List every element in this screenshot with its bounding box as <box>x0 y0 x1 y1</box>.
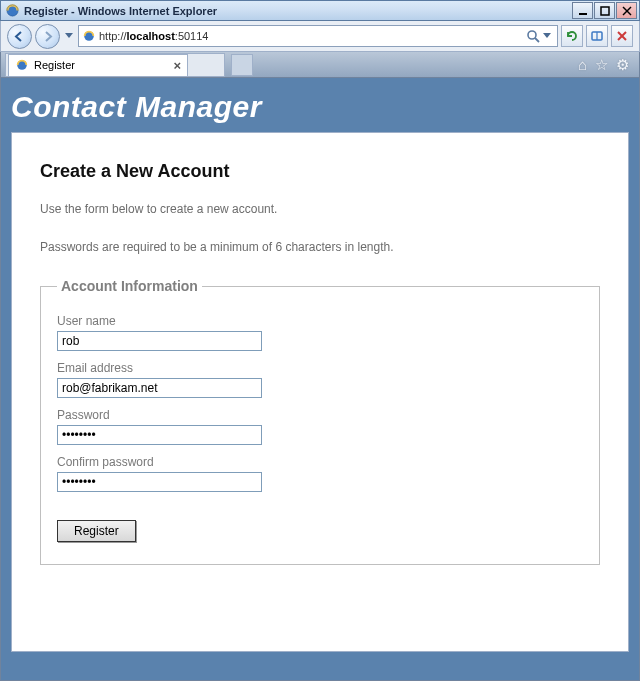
address-bar[interactable]: http://localhost:50114 <box>78 25 558 47</box>
navigation-toolbar: http://localhost:50114 <box>0 21 640 52</box>
content-card: Create a New Account Use the form below … <box>11 132 629 652</box>
history-dropdown[interactable] <box>63 24 75 49</box>
page-icon <box>82 29 96 43</box>
password-label: Password <box>57 408 583 422</box>
username-label: User name <box>57 314 583 328</box>
favorites-icon[interactable]: ☆ <box>595 56 608 74</box>
site-banner: Contact Manager <box>11 86 629 132</box>
search-icon[interactable] <box>526 29 540 43</box>
url-host: localhost <box>127 30 175 42</box>
minimize-button[interactable] <box>572 2 593 19</box>
svg-line-4 <box>623 7 631 15</box>
refresh-button[interactable] <box>561 25 583 47</box>
svg-rect-3 <box>601 7 609 15</box>
chrome-right-icons: ⌂ ☆ ⚙ <box>572 53 635 77</box>
back-button[interactable] <box>7 24 32 49</box>
page-heading: Create a New Account <box>40 161 600 182</box>
account-info-fieldset: Account Information User name Email addr… <box>40 278 600 565</box>
confirm-password-label: Confirm password <box>57 455 583 469</box>
svg-point-7 <box>528 31 536 39</box>
client-area: Contact Manager Create a New Account Use… <box>0 78 640 681</box>
email-label: Email address <box>57 361 583 375</box>
svg-line-8 <box>535 38 539 42</box>
svg-line-5 <box>623 7 631 15</box>
tab-register[interactable]: Register × <box>8 54 188 76</box>
tab-label: Register <box>34 59 75 71</box>
close-button[interactable] <box>616 2 637 19</box>
help-text-1: Use the form below to create a new accou… <box>40 202 600 216</box>
fieldset-legend: Account Information <box>57 278 202 294</box>
page-background: Contact Manager Create a New Account Use… <box>1 78 639 680</box>
password-input[interactable] <box>57 425 262 445</box>
address-dropdown[interactable] <box>540 24 554 49</box>
window-titlebar: Register - Windows Internet Explorer <box>0 0 640 21</box>
tools-gear-icon[interactable]: ⚙ <box>616 56 629 74</box>
address-text: http://localhost:50114 <box>99 30 522 42</box>
url-scheme: http:// <box>99 30 127 42</box>
email-input[interactable] <box>57 378 262 398</box>
ie-logo-icon <box>5 3 20 18</box>
tab-close-icon[interactable]: × <box>173 58 181 73</box>
username-input[interactable] <box>57 331 262 351</box>
new-tab-button[interactable] <box>231 54 253 76</box>
home-icon[interactable]: ⌂ <box>578 56 587 73</box>
confirm-password-input[interactable] <box>57 472 262 492</box>
window-title: Register - Windows Internet Explorer <box>24 5 571 17</box>
maximize-button[interactable] <box>594 2 615 19</box>
tab-bar: Register × ⌂ ☆ ⚙ <box>0 52 640 78</box>
stop-button[interactable] <box>611 25 633 47</box>
help-text-2: Passwords are required to be a minimum o… <box>40 240 600 254</box>
compat-view-button[interactable] <box>586 25 608 47</box>
tab-favicon-icon <box>15 58 29 72</box>
register-button[interactable] <box>57 520 136 542</box>
url-rest: :50114 <box>175 30 209 42</box>
tab-strip: Register × <box>5 53 225 77</box>
forward-button[interactable] <box>35 24 60 49</box>
